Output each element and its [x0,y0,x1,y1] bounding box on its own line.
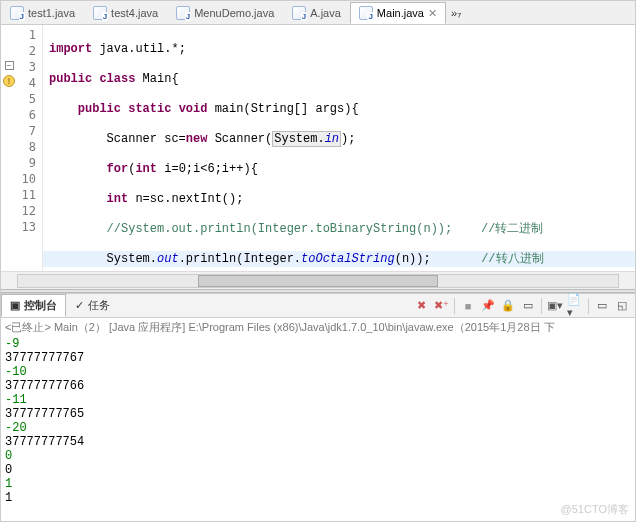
code-editor[interactable]: − ! 1 2 3 4 5 6 7 8 9 10 11 12 13 import… [1,25,635,271]
display-selected-button[interactable]: ▭ [519,297,537,315]
minimize-button[interactable]: ▭ [593,297,611,315]
pin-console-button[interactable]: 📌 [479,297,497,315]
remove-launch-button[interactable]: ✖ [412,297,430,315]
terminate-button[interactable]: ■ [459,297,477,315]
console-process-header: <已终止> Main（2） [Java 应用程序] E:\Program Fil… [5,318,631,337]
warning-icon[interactable]: ! [3,75,15,87]
tab-console[interactable]: ▣控制台 [1,294,66,317]
scroll-lock-button[interactable]: 🔒 [499,297,517,315]
java-file-icon [93,6,107,20]
close-icon[interactable]: ✕ [428,7,437,20]
console-toolbar: ✖ ✖⁺ ■ 📌 🔒 ▭ ▣▾ 📄▾ ▭ ◱ [412,297,635,315]
maximize-button[interactable]: ◱ [613,297,631,315]
line-number-gutter: 1 2 3 4 5 6 7 8 9 10 11 12 13 [17,25,43,271]
occurrence-highlight: System.in [272,131,341,147]
horizontal-scrollbar[interactable] [1,271,635,289]
scrollbar-track[interactable] [17,274,619,288]
tab-test1[interactable]: test1.java [1,2,84,24]
remove-all-button[interactable]: ✖⁺ [432,297,450,315]
tab-tasks[interactable]: ✓任务 [66,294,119,317]
tabs-overflow[interactable]: »₇ [446,3,466,24]
tab-test4[interactable]: test4.java [84,2,167,24]
java-file-icon [176,6,190,20]
tasks-icon: ✓ [75,299,84,312]
scrollbar-thumb[interactable] [198,275,438,287]
fold-toggle-icon[interactable]: − [5,61,14,70]
clear-console-button[interactable]: 📄▾ [566,297,584,315]
marker-gutter: − ! [1,25,17,271]
console-output: -9 37777777767 -10 37777777766 -11 37777… [5,337,631,505]
watermark: @51CTO博客 [561,502,629,517]
java-file-icon [10,6,24,20]
bottom-panel: ▣控制台 ✓任务 ✖ ✖⁺ ■ 📌 🔒 ▭ ▣▾ 📄▾ ▭ ◱ <已终止> Ma… [1,293,635,521]
code-content[interactable]: import java.util.*; public class Main{ p… [43,25,635,271]
tab-a[interactable]: A.java [283,2,350,24]
tab-main[interactable]: Main.java✕ [350,2,446,24]
console-icon: ▣ [10,299,20,312]
java-file-icon [292,6,306,20]
console-view[interactable]: <已终止> Main（2） [Java 应用程序] E:\Program Fil… [1,318,635,521]
current-line: System.out.println(Integer.toOctalString… [43,251,635,267]
editor-tabs: test1.java test4.java MenuDemo.java A.ja… [1,1,635,25]
tab-menudemo[interactable]: MenuDemo.java [167,2,283,24]
bottom-tabs: ▣控制台 ✓任务 [1,294,119,317]
java-file-icon [359,6,373,20]
open-console-button[interactable]: ▣▾ [546,297,564,315]
